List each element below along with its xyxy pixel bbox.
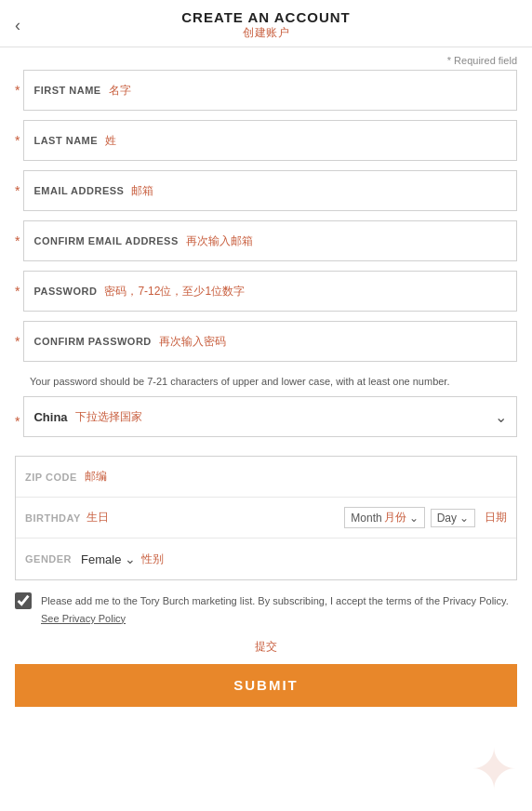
page-title: CREATE AN ACCOUNT (15, 9, 517, 25)
header-title-block: CREATE AN ACCOUNT 创建账户 (15, 9, 517, 41)
month-chevron-icon: ⌄ (409, 512, 419, 525)
first-name-cn: 名字 (109, 83, 131, 99)
gender-chevron-icon: ⌄ (125, 552, 136, 566)
email-label: EMAIL ADDRESS (33, 185, 124, 196)
confirm-email-cn: 再次输入邮箱 (186, 233, 253, 249)
page-wrapper: ‹ CREATE AN ACCOUNT 创建账户 * Required fiel… (0, 0, 532, 811)
confirm-password-row: * CONFIRM PASSWORD 再次输入密码 (15, 321, 517, 362)
day-select[interactable]: Day ⌄ (431, 509, 475, 527)
submit-button[interactable]: SUBMIT (15, 664, 517, 707)
confirm-email-required-star: * (15, 233, 20, 248)
birthday-selects: Month 月份 ⌄ Day ⌄ 日期 (344, 507, 507, 528)
confirm-password-input[interactable] (230, 335, 507, 349)
checkbox-text: Please add me to the Tory Burch marketin… (41, 595, 509, 606)
last-name-input[interactable] (120, 134, 507, 148)
submit-cn-label: 提交 (0, 637, 532, 660)
last-name-label: LAST NAME (33, 135, 98, 146)
password-row: * PASSWORD 密码，7-12位，至少1位数字 (15, 271, 517, 312)
last-name-row: * LAST NAME 姓 (15, 120, 517, 161)
zip-label: ZIP CODE (25, 472, 77, 483)
marketing-checkbox-row: Please add me to the Tory Burch marketin… (0, 580, 532, 637)
country-row: * China 下拉选择国家 ⌄ (15, 396, 517, 446)
country-required-star: * (15, 414, 20, 429)
email-field: EMAIL ADDRESS 邮箱 (23, 170, 517, 211)
first-name-field: FIRST NAME 名字 (23, 70, 517, 111)
password-input[interactable] (248, 285, 507, 299)
watermark-star: ✦ (471, 737, 517, 802)
header: ‹ CREATE AN ACCOUNT 创建账户 (0, 0, 532, 47)
confirm-email-row: * CONFIRM EMAIL ADDRESS 再次输入邮箱 (15, 220, 517, 261)
last-name-field: LAST NAME 姓 (23, 120, 517, 161)
day-chevron-icon: ⌄ (459, 512, 469, 525)
privacy-policy-link[interactable]: See Privacy Policy (41, 613, 126, 624)
form-section: * FIRST NAME 名字 * LAST NAME 姓 * EMAIL AD… (0, 70, 532, 446)
first-name-row: * FIRST NAME 名字 (15, 70, 517, 111)
country-cn: 下拉选择国家 (75, 409, 142, 425)
confirm-password-label: CONFIRM PASSWORD (33, 336, 151, 347)
last-name-required-star: * (15, 133, 20, 148)
day-label: Day (437, 512, 457, 525)
password-cn: 密码，7-12位，至少1位数字 (104, 284, 245, 299)
day-cn: 日期 (485, 510, 507, 525)
country-field[interactable]: China 下拉选择国家 ⌄ (23, 396, 517, 437)
required-note: * Required field (0, 47, 532, 70)
confirm-email-field: CONFIRM EMAIL ADDRESS 再次输入邮箱 (23, 220, 517, 261)
email-cn: 邮箱 (131, 183, 153, 199)
email-input[interactable] (157, 184, 507, 198)
confirm-password-cn: 再次输入密码 (159, 334, 226, 350)
first-name-label: FIRST NAME (33, 85, 100, 96)
birthday-row: BIRTHDAY 生日 Month 月份 ⌄ Day ⌄ 日期 (16, 498, 516, 538)
birthday-label: BIRTHDAY (25, 512, 81, 524)
back-button[interactable]: ‹ (15, 16, 20, 35)
password-hint: Your password should be 7-21 characters … (15, 371, 517, 396)
confirm-email-label: CONFIRM EMAIL ADDRESS (33, 235, 178, 246)
month-cn: 月份 (384, 510, 406, 525)
marketing-checkbox[interactable] (15, 592, 32, 609)
password-field: PASSWORD 密码，7-12位，至少1位数字 (23, 271, 517, 312)
first-name-required-star: * (15, 83, 20, 98)
email-row: * EMAIL ADDRESS 邮箱 (15, 170, 517, 211)
gender-row: GENDER Female ⌄ 性别 (16, 538, 516, 579)
page-subtitle-cn: 创建账户 (15, 25, 517, 41)
gender-cn: 性别 (141, 552, 164, 567)
password-required-star: * (15, 284, 20, 299)
zip-input[interactable] (114, 470, 507, 484)
confirm-password-required-star: * (15, 334, 20, 349)
month-label: Month (351, 512, 381, 525)
checkbox-text-block: Please add me to the Tory Burch marketin… (41, 592, 517, 626)
gender-label: GENDER (25, 553, 72, 565)
confirm-email-input[interactable] (257, 234, 507, 248)
month-select[interactable]: Month 月份 ⌄ (344, 507, 424, 528)
optional-section: ZIP CODE 邮编 BIRTHDAY 生日 Month 月份 ⌄ Day ⌄… (15, 456, 517, 580)
password-label: PASSWORD (33, 286, 97, 297)
email-required-star: * (15, 183, 20, 198)
confirm-password-field: CONFIRM PASSWORD 再次输入密码 (23, 321, 517, 362)
last-name-cn: 姓 (105, 133, 116, 149)
gender-select[interactable]: Female ⌄ (81, 552, 136, 566)
zip-row: ZIP CODE 邮编 (16, 457, 516, 498)
first-name-input[interactable] (135, 84, 507, 98)
birthday-cn: 生日 (86, 510, 109, 525)
gender-value: Female (81, 552, 121, 566)
zip-cn: 邮编 (85, 469, 107, 485)
country-value: China (33, 410, 67, 424)
country-chevron-icon: ⌄ (495, 408, 507, 426)
